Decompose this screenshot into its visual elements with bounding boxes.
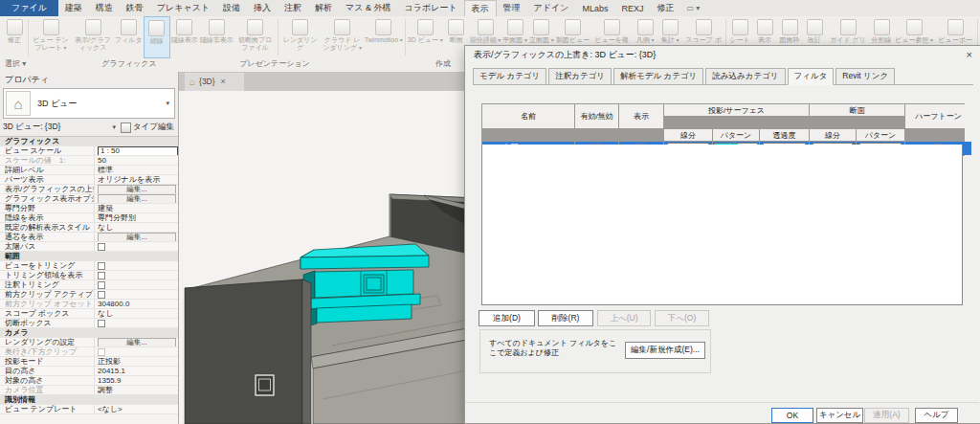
dialog-tabs: モデル カテゴリ 注釈カテゴリ 解析モデル カテゴリ 読み込みカテゴリ フィルタ xyxy=(473,68,973,85)
property-checkbox[interactable] xyxy=(98,243,105,251)
move-up-button[interactable]: 上へ(U) xyxy=(597,310,651,326)
remove-hidden-lines-icon xyxy=(209,19,225,35)
ribbon-tab[interactable]: 表示 xyxy=(464,0,497,16)
property-checkbox[interactable] xyxy=(98,320,105,327)
ribbon-tab[interactable]: 建築 xyxy=(58,0,89,16)
title-block-icon xyxy=(782,19,798,35)
ribbon-tab[interactable]: 鉄骨 xyxy=(120,0,150,16)
ribbon-button[interactable]: 3D ビュー xyxy=(407,16,444,58)
ribbon-button[interactable]: 隠線表示 xyxy=(170,16,199,58)
ribbon-button[interactable]: Twinmotion xyxy=(364,16,404,58)
dropdown-arrow-icon xyxy=(497,36,501,43)
schedules-icon xyxy=(662,19,679,35)
dialog-title-bar[interactable]: 表示/グラフィックスの上書き: 3D ビュー: {3D} xyxy=(465,46,980,63)
properties-palette: プロパティ 3D ビュー 3D ビュー: {3D} タイプ編集 グラフィックス xyxy=(0,72,179,424)
ribbon-tab[interactable]: 設備 xyxy=(216,0,247,16)
ribbon-button[interactable]: 隠線非表示 xyxy=(199,16,234,58)
property-checkbox[interactable] xyxy=(98,272,105,279)
dialog-tab[interactable]: モデル カテゴリ xyxy=(473,68,546,84)
view-tab-3d[interactable]: {3D} xyxy=(185,72,244,91)
add-button[interactable]: 追加(D) xyxy=(479,310,535,326)
dialog-tab[interactable]: Revit リンク xyxy=(835,68,895,84)
revit-window: ファイル 建築 構造 鉄骨 プレキャスト xyxy=(0,0,980,424)
ribbon-button[interactable]: 表示/グラフィックス xyxy=(72,16,114,58)
close-icon[interactable] xyxy=(967,49,972,60)
ribbon-tab[interactable]: 構造 xyxy=(89,0,120,16)
type-selector[interactable]: 3D ビュー xyxy=(3,88,175,119)
instance-selector[interactable]: 3D ビュー: {3D} xyxy=(3,122,107,133)
chevron-down-icon[interactable] xyxy=(161,100,174,107)
group-label-select[interactable]: 選択 ▾ xyxy=(5,58,26,69)
close-icon[interactable] xyxy=(221,77,226,86)
dialog-tab[interactable]: 解析モデル カテゴリ xyxy=(613,68,703,84)
ribbon-tab[interactable]: 管理 xyxy=(497,0,527,16)
edit-button[interactable]: 編集... xyxy=(98,194,176,203)
drafting-view-icon xyxy=(565,19,581,35)
col-header-proj-patterns: パターン xyxy=(713,129,759,141)
property-value: 20415.1 xyxy=(98,367,125,375)
cancel-button[interactable]: キャンセル xyxy=(816,408,863,423)
dialog-tab[interactable]: フィルタ xyxy=(788,68,835,85)
elevation-icon xyxy=(533,19,549,35)
view-scale-input[interactable]: 1 : 50 xyxy=(98,146,178,155)
col-header-proj-lines: 線分 xyxy=(664,129,712,141)
property-row[interactable]: ビュー テンプレート <なし> xyxy=(0,405,178,414)
ribbon-tab[interactable]: マス & 外構 xyxy=(339,0,397,16)
ribbon-tab[interactable]: プレキャスト xyxy=(150,0,216,16)
ribbon-tab[interactable]: 解析 xyxy=(308,0,339,16)
ribbon-button[interactable]: フィルタ xyxy=(114,16,144,58)
chevron-down-icon[interactable] xyxy=(107,123,121,131)
scope-box-icon xyxy=(696,19,712,35)
ribbon-button[interactable]: 修正 xyxy=(2,16,27,58)
ribbon-group-separator xyxy=(28,19,29,56)
edit-new-button[interactable]: 編集/新規作成(E)... xyxy=(625,342,705,359)
ribbon-tab[interactable]: 挿入 xyxy=(247,0,278,16)
dialog-tab[interactable]: 注釈カテゴリ xyxy=(548,68,612,84)
property-row[interactable]: 太陽パス xyxy=(0,242,178,252)
ribbon-tab[interactable]: MLabs xyxy=(575,0,614,16)
ribbon-display-toggle-icon[interactable] xyxy=(680,0,705,16)
revisions-icon xyxy=(807,19,823,35)
ribbon-tab[interactable]: 修正 xyxy=(650,0,680,16)
property-checkbox[interactable] xyxy=(98,281,105,289)
ribbon-button[interactable]: ビュー テンプレート xyxy=(30,16,72,58)
col-header-cut: 断面 xyxy=(810,104,904,116)
dropdown-arrow-icon xyxy=(650,36,655,43)
edit-button[interactable]: 編集... xyxy=(98,233,176,241)
edit-button[interactable]: 編集... xyxy=(98,185,176,193)
palette-title: プロパティ xyxy=(0,72,178,86)
file-tab[interactable]: ファイル xyxy=(0,0,58,16)
view-icon xyxy=(757,19,773,35)
ribbon-tab[interactable]: アドイン xyxy=(527,0,576,16)
apply-button[interactable]: 適用(A) xyxy=(864,408,909,423)
filters-list-empty-area[interactable] xyxy=(481,145,963,305)
dialog-title: 表示/グラフィックスの上書き: 3D ビュー: {3D} xyxy=(474,49,656,61)
ok-button[interactable]: OK xyxy=(771,408,813,423)
dialog-tab[interactable]: 読み込みカテゴリ xyxy=(705,68,785,84)
ribbon-button[interactable]: 細線 xyxy=(144,16,170,58)
dropdown-arrow-icon xyxy=(62,44,67,51)
type-selector-label: 3D ビュー xyxy=(33,98,161,110)
dropdown-arrow-icon xyxy=(928,36,933,43)
ribbon-tab[interactable]: 注釈 xyxy=(278,0,308,16)
edit-type-button[interactable]: タイプ編集 xyxy=(121,122,175,133)
property-rows: グラフィックス ビュー スケール xyxy=(0,136,178,424)
ribbon-tab[interactable]: コラボレート xyxy=(398,0,464,16)
move-down-button[interactable]: 下へ(O) xyxy=(655,310,709,326)
remove-button[interactable]: 削除(R) xyxy=(538,310,593,326)
property-checkbox[interactable] xyxy=(98,262,105,270)
property-value-readonly: 304800.0 xyxy=(98,300,129,308)
property-checkbox[interactable] xyxy=(98,291,105,299)
ribbon-button[interactable]: クラウド レンダリング xyxy=(322,16,364,58)
ribbon-tab[interactable]: REXJ xyxy=(614,0,650,16)
ribbon-button[interactable]: レンダリング xyxy=(279,16,322,58)
3d-view-type-icon xyxy=(6,91,31,116)
matchline-icon xyxy=(874,19,890,35)
help-button[interactable]: ヘルプ xyxy=(915,408,958,423)
ribbon-button[interactable]: 切断面プロファイル xyxy=(234,16,277,58)
dropdown-arrow-icon xyxy=(675,36,679,43)
viewport-icon xyxy=(947,19,964,35)
cut-profile-icon xyxy=(247,19,263,35)
edit-button[interactable]: 編集... xyxy=(98,338,176,346)
guide-grid-icon xyxy=(840,19,857,35)
